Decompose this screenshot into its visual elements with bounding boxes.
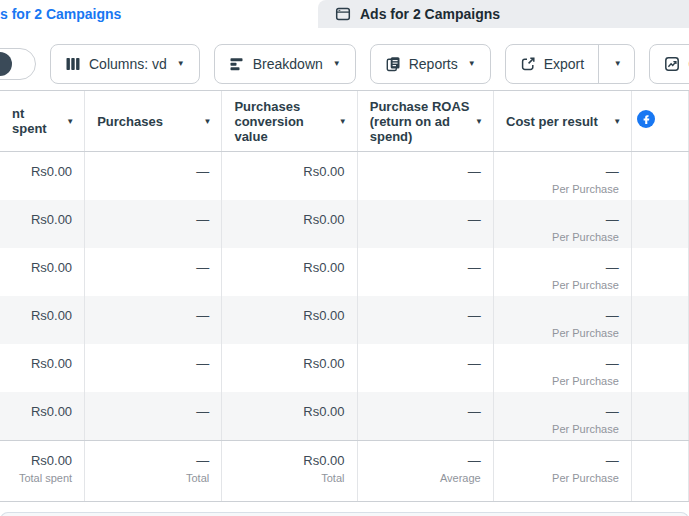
cell-purchases: — (85, 344, 222, 392)
header-extra-column (632, 91, 689, 151)
cell-value: — (366, 308, 481, 324)
columns-button[interactable]: Columns: vd ▼ (50, 44, 200, 84)
cell-conversion-value: Rs0.00 (222, 296, 357, 344)
cell-value: — (502, 404, 619, 420)
footer-value: — (93, 453, 209, 469)
chevron-down-icon: ▼ (333, 60, 341, 68)
cell-conversion-value: Rs0.00 (222, 248, 357, 296)
tab-ads[interactable]: Ads for 2 Campaigns (318, 0, 689, 28)
export-dropdown-button[interactable]: ▼ (598, 45, 634, 83)
footer-label: Total (93, 471, 209, 486)
cell-value: — (93, 404, 209, 420)
footer-label: Average (366, 471, 481, 486)
table-row[interactable]: Rs0.00—Rs0.00——Per Purchase (0, 152, 689, 200)
footer-value: Rs0.00 (230, 453, 344, 469)
toggle-knob (0, 52, 12, 76)
columns-icon (65, 56, 81, 72)
cell-unit-label: Per Purchase (502, 230, 619, 245)
charts-button[interactable]: Charts (649, 44, 689, 84)
cell-conversion-value: Rs0.00 (222, 344, 357, 392)
cell-amount-spent: Rs0.00 (0, 392, 85, 440)
cell-conversion-value: Rs0.00 (222, 392, 357, 440)
columns-button-label: Columns: vd (89, 56, 167, 72)
cell-amount-spent: Rs0.00 (0, 200, 85, 248)
sort-caret-icon[interactable]: ▼ (613, 117, 621, 126)
tab-adsets[interactable]: s for 2 Campaigns (0, 0, 121, 28)
cell-value: Rs0.00 (8, 212, 72, 228)
table-row[interactable]: Rs0.00—Rs0.00——Per Purchase (0, 248, 689, 296)
cell-roas: — (358, 248, 494, 296)
table-row[interactable]: Rs0.00—Rs0.00——Per Purchase (0, 344, 689, 392)
header-cost-per-result[interactable]: Cost per result ▼ (494, 91, 632, 151)
cell-value: — (502, 212, 619, 228)
cell-extra (632, 392, 689, 440)
header-label: Purchase ROAS (return on ad spend) (370, 99, 471, 144)
blue-badge-icon[interactable] (637, 110, 655, 132)
cell-value: — (93, 356, 209, 372)
footer-amount-spent: Rs0.00 Total spent (0, 441, 85, 501)
sort-caret-icon[interactable]: ▼ (66, 117, 74, 126)
cell-amount-spent: Rs0.00 (0, 248, 85, 296)
header-label: Purchases (97, 114, 199, 129)
cell-roas: — (358, 392, 494, 440)
tab-adsets-label: s for 2 Campaigns (0, 6, 121, 22)
table-body: Rs0.00—Rs0.00——Per PurchaseRs0.00—Rs0.00… (0, 152, 689, 440)
chevron-down-icon: ▼ (614, 60, 622, 68)
header-purchases[interactable]: Purchases ▼ (85, 91, 222, 151)
bottom-panel-edge (0, 512, 689, 516)
table-footer-row: Rs0.00 Total spent — Total Rs0.00 Total … (0, 440, 689, 502)
cell-value: — (502, 356, 619, 372)
breakdown-icon (229, 56, 245, 72)
header-amount-spent[interactable]: nt spent ▼ (0, 91, 85, 151)
cell-value: — (93, 308, 209, 324)
metrics-table: nt spent ▼ Purchases ▼ Purchases convers… (0, 90, 689, 502)
reports-button[interactable]: Reports ▼ (370, 44, 491, 84)
reports-icon (385, 56, 401, 72)
export-button[interactable]: Export (506, 45, 598, 83)
cell-value: Rs0.00 (230, 212, 344, 228)
cell-purchases: — (85, 392, 222, 440)
table-row[interactable]: Rs0.00—Rs0.00——Per Purchase (0, 200, 689, 248)
ads-manager-screen: s for 2 Campaigns Ads for 2 Campaigns Co… (0, 0, 689, 516)
footer-roas: — Average (358, 441, 494, 501)
export-icon (520, 56, 536, 72)
cell-unit-label: Per Purchase (502, 326, 619, 341)
toggle-switch[interactable] (0, 48, 36, 80)
cell-value: — (93, 164, 209, 180)
sort-caret-icon[interactable]: ▼ (203, 117, 211, 126)
header-label: Cost per result (506, 114, 609, 129)
export-split-button: Export ▼ (505, 44, 635, 84)
table-header-row: nt spent ▼ Purchases ▼ Purchases convers… (0, 91, 689, 152)
cell-purchases: — (85, 296, 222, 344)
cell-roas: — (358, 200, 494, 248)
footer-label: Total spent (8, 471, 72, 486)
cell-value: — (366, 356, 481, 372)
cell-value: Rs0.00 (230, 404, 344, 420)
campaign-tabstrip: s for 2 Campaigns Ads for 2 Campaigns (0, 0, 689, 28)
breakdown-button[interactable]: Breakdown ▼ (214, 44, 356, 84)
cell-extra (632, 248, 689, 296)
footer-value: — (502, 453, 619, 469)
cell-roas: — (358, 344, 494, 392)
table-toolbar: Columns: vd ▼ Breakdown ▼ Reports ▼ Expo… (0, 44, 689, 84)
footer-label: Total (230, 471, 344, 486)
charts-icon (664, 56, 680, 72)
header-purchases-conversion-value[interactable]: Purchases conversion value ▼ (222, 91, 357, 151)
cell-roas: — (358, 152, 494, 200)
header-purchase-roas[interactable]: Purchase ROAS (return on ad spend) ▼ (358, 91, 494, 151)
cell-purchases: — (85, 200, 222, 248)
cell-value: Rs0.00 (230, 260, 344, 276)
cell-conversion-value: Rs0.00 (222, 152, 357, 200)
tab-ads-label: Ads for 2 Campaigns (360, 6, 500, 22)
cell-value: — (502, 308, 619, 324)
cell-value: Rs0.00 (8, 308, 72, 324)
cell-value: Rs0.00 (230, 308, 344, 324)
cell-cost-per-result: —Per Purchase (494, 296, 632, 344)
sort-caret-icon[interactable]: ▼ (339, 117, 347, 126)
cell-cost-per-result: —Per Purchase (494, 152, 632, 200)
cell-unit-label: Per Purchase (502, 374, 619, 389)
table-row[interactable]: Rs0.00—Rs0.00——Per Purchase (0, 392, 689, 440)
cell-value: Rs0.00 (230, 164, 344, 180)
sort-caret-icon[interactable]: ▼ (475, 117, 483, 126)
table-row[interactable]: Rs0.00—Rs0.00——Per Purchase (0, 296, 689, 344)
